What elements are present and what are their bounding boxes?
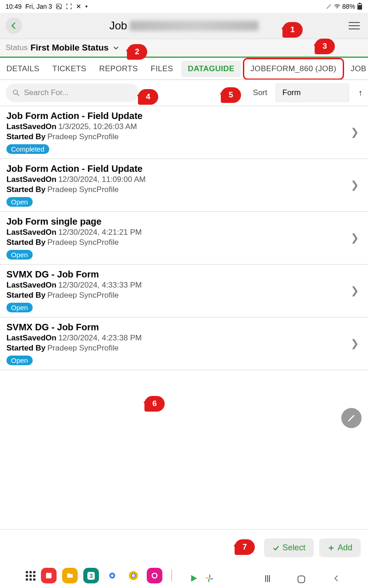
add-label: Add [338,543,352,553]
by-label: Started By [6,132,46,141]
chevron-right-icon: ❯ [348,179,362,191]
menu-button[interactable] [346,22,362,29]
by-value: Pradeep SyncProfile [47,185,119,194]
chevron-right-icon: ❯ [348,285,362,297]
callout-2: 2 [127,44,147,60]
tray-separator [171,570,172,582]
callout-1: 1 [282,22,303,38]
by-label: Started By [6,291,46,300]
fullscreen-icon [66,3,72,10]
callout-7: 7 [235,539,255,555]
bottom-divider [0,529,368,530]
status-badge: Completed [6,144,49,154]
saved-value: 12/30/2024, 4:21:21 PM [58,228,142,237]
status-right: 88% [326,3,362,10]
by-value: Pradeep SyncProfile [47,344,119,352]
svg-rect-5 [358,4,362,5]
app-drawer-icon[interactable] [26,571,35,581]
status-time: 10:49 [6,3,22,10]
nav-home[interactable] [296,574,306,584]
svg-point-6 [13,90,17,94]
item-title: Job Form Action - Field Update [6,111,348,121]
saved-label: LastSavedOn [6,122,57,131]
search-placeholder: Search For... [24,88,69,97]
item-title: SVMX DG - Job Form [6,269,348,280]
battery-icon [357,3,362,10]
saved-label: LastSavedOn [6,281,57,289]
search-icon [12,89,20,97]
tray-app-photos[interactable] [204,573,214,583]
wifi-icon [334,3,340,10]
add-button[interactable]: Add [319,538,361,557]
chevron-right-icon: ❯ [348,126,362,138]
status-value: First Mobile Status [30,43,109,53]
status-badge: Open [6,197,33,207]
svg-rect-14 [298,576,305,583]
back-button[interactable] [6,17,22,34]
chevron-right-icon: ❯ [348,232,362,244]
tab-jobeform-860[interactable]: JOBEFORM_860 (JOB) [243,58,345,80]
select-button[interactable]: Select [264,538,314,557]
search-sort-row: Search For... Sort Form ↑ [0,80,368,106]
android-status-bar: 10:49 Fri, Jan 3 ✕ • 88% [0,0,368,13]
item-title: SVMX DG - Job Form [6,322,348,333]
by-value: Pradeep SyncProfile [47,291,119,300]
edit-fab[interactable] [341,408,362,428]
plus-icon [328,544,335,552]
tray-app-3[interactable]: 3 [83,568,99,583]
callout-6: 6 [144,396,165,412]
forms-list: Job Form Action - Field Update LastSaved… [0,106,368,370]
callout-3: 3 [315,39,335,54]
status-left: 10:49 Fri, Jan 3 ✕ • [6,3,87,10]
nav-recents[interactable]: ||| [265,574,270,584]
status-badge: Open [6,303,33,312]
callout-4: 4 [138,89,158,105]
battery-text: 88% [342,3,355,10]
tray-app-1[interactable] [41,568,57,583]
sort-value: Form [282,88,301,97]
tray-right [189,573,214,583]
by-value: Pradeep SyncProfile [47,132,119,141]
dot-icon: • [85,3,87,10]
chevron-down-icon [112,44,120,51]
sort-direction-button[interactable]: ↑ [358,88,362,98]
pen-icon [326,3,332,10]
tray-app-5[interactable] [147,568,162,583]
app-header: Job [0,13,368,39]
tab-files[interactable]: FILES [144,58,180,80]
list-item[interactable]: SVMX DG - Job Form LastSavedOn12/30/2024… [0,317,368,370]
list-item[interactable]: SVMX DG - Job Form LastSavedOn12/30/2024… [0,265,368,317]
status-badge: Open [6,250,33,260]
tray-app-4[interactable] [104,568,120,583]
search-input[interactable]: Search For... [6,84,139,102]
title-blurred-text [130,21,259,31]
tabs-bar[interactable]: DETAILS TICKETS REPORTS FILES DATAGUIDE … [0,58,368,80]
status-badge: Open [6,356,33,365]
svg-point-12 [132,574,135,577]
item-title: Job Form single page [6,216,348,227]
by-label: Started By [6,344,46,352]
nav-back[interactable] [332,574,340,584]
tab-job[interactable]: JOB [344,58,368,80]
tab-tickets[interactable]: TICKETS [46,58,93,80]
by-label: Started By [6,238,46,247]
list-item[interactable]: Job Form single page LastSavedOn12/30/20… [0,212,368,265]
bottom-actions: Select Add [264,538,361,557]
list-item[interactable]: Job Form Action - Field Update LastSaved… [0,106,368,159]
tray-app-2[interactable] [62,568,78,583]
tray-app-play[interactable] [189,573,199,583]
tab-reports[interactable]: REPORTS [93,58,144,80]
callout-5: 5 [221,87,241,103]
tab-dataguide[interactable]: DATAGUIDE [181,61,241,77]
saved-value: 12/30/2024, 4:23:38 PM [58,334,142,342]
select-label: Select [282,543,305,553]
list-item[interactable]: Job Form Action - Field Update LastSaved… [0,159,368,212]
svg-point-2 [337,8,338,9]
tab-details[interactable]: DETAILS [0,58,46,80]
title-text: Job [109,19,127,32]
status-label: Status [6,43,28,52]
tray-app-chrome[interactable] [126,568,141,583]
by-label: Started By [6,185,46,194]
sort-select[interactable]: Form [276,84,349,102]
saved-label: LastSavedOn [6,228,57,237]
